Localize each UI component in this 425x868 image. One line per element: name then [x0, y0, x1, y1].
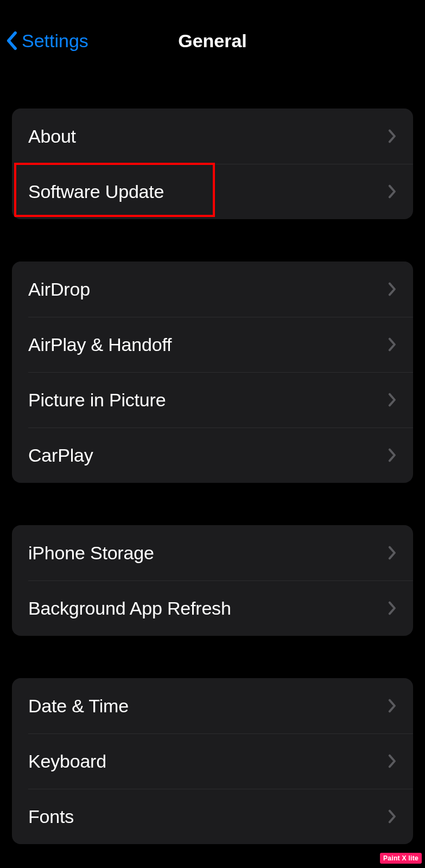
chevron-right-icon: [388, 699, 397, 713]
back-button[interactable]: Settings: [5, 30, 88, 52]
row-label: About: [28, 126, 76, 147]
row-carplay[interactable]: CarPlay: [12, 427, 413, 483]
chevron-right-icon: [388, 809, 397, 824]
row-label: CarPlay: [28, 445, 93, 466]
chevron-right-icon: [388, 184, 397, 199]
row-label: Software Update: [28, 181, 164, 202]
chevron-right-icon: [388, 337, 397, 352]
settings-group: About Software Update: [12, 108, 413, 219]
navigation-bar: Settings General: [0, 0, 425, 60]
settings-group: AirDrop AirPlay & Handoff Picture in Pic…: [12, 261, 413, 483]
chevron-right-icon: [388, 282, 397, 296]
row-date-time[interactable]: Date & Time: [12, 678, 413, 733]
row-picture-in-picture[interactable]: Picture in Picture: [12, 372, 413, 427]
row-label: Keyboard: [28, 751, 106, 772]
chevron-right-icon: [388, 601, 397, 615]
chevron-left-icon: [5, 31, 17, 50]
chevron-right-icon: [388, 448, 397, 462]
row-airdrop[interactable]: AirDrop: [12, 261, 413, 317]
back-label: Settings: [22, 30, 88, 52]
row-label: Background App Refresh: [28, 598, 231, 619]
watermark-badge: Paint X lite: [380, 853, 422, 864]
chevron-right-icon: [388, 546, 397, 560]
chevron-right-icon: [388, 129, 397, 143]
row-fonts[interactable]: Fonts: [12, 789, 413, 844]
row-label: Picture in Picture: [28, 390, 166, 411]
row-iphone-storage[interactable]: iPhone Storage: [12, 525, 413, 580]
row-keyboard[interactable]: Keyboard: [12, 733, 413, 789]
row-label: iPhone Storage: [28, 542, 154, 564]
settings-group: iPhone Storage Background App Refresh: [12, 525, 413, 636]
settings-group: Date & Time Keyboard Fonts: [12, 678, 413, 844]
row-label: AirPlay & Handoff: [28, 334, 172, 355]
row-about[interactable]: About: [12, 108, 413, 164]
row-airplay-handoff[interactable]: AirPlay & Handoff: [12, 317, 413, 372]
row-label: AirDrop: [28, 279, 90, 300]
row-label: Fonts: [28, 806, 74, 827]
chevron-right-icon: [388, 754, 397, 768]
page-title: General: [178, 30, 247, 52]
row-background-app-refresh[interactable]: Background App Refresh: [12, 580, 413, 636]
chevron-right-icon: [388, 393, 397, 407]
row-software-update[interactable]: Software Update: [12, 164, 413, 219]
settings-content: About Software Update AirDrop AirPlay & …: [0, 108, 425, 844]
row-label: Date & Time: [28, 695, 129, 717]
